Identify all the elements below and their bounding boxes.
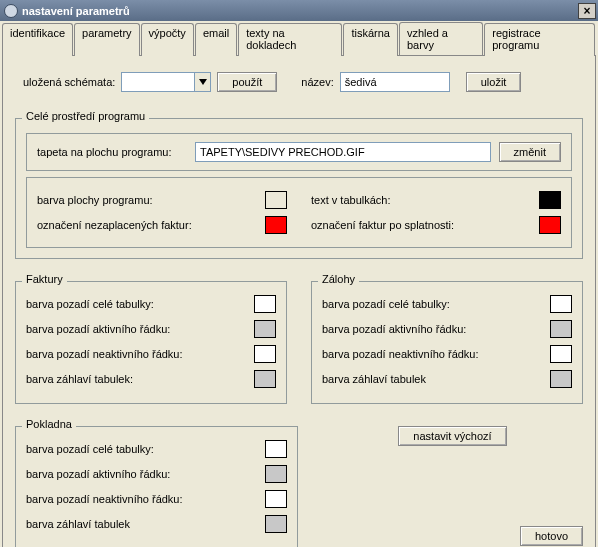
zalohy-header-swatch[interactable] (550, 370, 572, 388)
tab-vzhled[interactable]: vzhled a barvy (399, 22, 483, 55)
tab-identifikace[interactable]: identifikace (2, 23, 73, 56)
zalohy-row-bg-label: barva pozadí celé tabulky: (322, 298, 550, 310)
faktury-inactive-swatch[interactable] (254, 345, 276, 363)
group-pokladna: Pokladna barva pozadí celé tabulky: barv… (15, 426, 298, 547)
done-button[interactable]: hotovo (520, 526, 583, 546)
zalohy-header-label: barva záhlaví tabulek (322, 373, 550, 385)
tab-registrace[interactable]: registrace programu (484, 23, 595, 56)
saved-schemas-combo[interactable] (121, 72, 211, 92)
zalohy-active-label: barva pozadí aktivního řádku: (322, 323, 550, 335)
tabstrip: identifikace parametry výpočty email tex… (2, 22, 596, 55)
group-environment-title: Celé prostředí programu (22, 110, 149, 122)
zalohy-inactive-swatch[interactable] (550, 345, 572, 363)
wallpaper-input[interactable] (195, 142, 491, 162)
window-title: nastavení parametrů (22, 5, 578, 17)
overdue-label: označení faktur po splatnosti: (311, 219, 539, 231)
unpaid-label: označení nezaplacených faktur: (37, 219, 265, 231)
group-environment: Celé prostředí programu tapeta na plochu… (15, 118, 583, 259)
pokladna-inactive-label: barva pozadí neaktivního řádku: (26, 493, 265, 505)
text-color-label: text v tabulkách: (311, 194, 539, 206)
pokladna-active-label: barva pozadí aktivního řádku: (26, 468, 265, 480)
pokladna-header-label: barva záhlaví tabulek (26, 518, 265, 530)
tab-parametry[interactable]: parametry (74, 23, 140, 56)
group-zalohy: Zálohy barva pozadí celé tabulky: barva … (311, 281, 583, 404)
pokladna-inactive-swatch[interactable] (265, 490, 287, 508)
wallpaper-label: tapeta na plochu programu: (37, 146, 187, 158)
close-button[interactable]: × (578, 3, 596, 19)
use-button[interactable]: použít (217, 72, 277, 92)
name-label: název: (301, 76, 333, 88)
pokladna-active-swatch[interactable] (265, 465, 287, 483)
tab-email[interactable]: email (195, 23, 237, 56)
faktury-inactive-label: barva pozadí neaktivního řádku: (26, 348, 254, 360)
faktury-row-bg-swatch[interactable] (254, 295, 276, 313)
group-zalohy-title: Zálohy (318, 273, 359, 285)
overdue-color-swatch[interactable] (539, 216, 561, 234)
chevron-down-icon[interactable] (194, 73, 210, 91)
faktury-active-label: barva pozadí aktivního řádku: (26, 323, 254, 335)
tab-texty[interactable]: texty na dokladech (238, 23, 342, 56)
group-faktury-title: Faktury (22, 273, 67, 285)
tab-vypocty[interactable]: výpočty (141, 23, 194, 56)
text-color-swatch[interactable] (539, 191, 561, 209)
change-button[interactable]: změnit (499, 142, 561, 162)
tab-panel: uložená schémata: použít název: uložit C… (2, 55, 596, 547)
titlebar: nastavení parametrů × (0, 0, 598, 21)
pokladna-header-swatch[interactable] (265, 515, 287, 533)
app-icon (4, 4, 18, 18)
faktury-active-swatch[interactable] (254, 320, 276, 338)
zalohy-inactive-label: barva pozadí neaktivního řádku: (322, 348, 550, 360)
saved-schemas-value (122, 73, 194, 91)
defaults-button[interactable]: nastavit výchozí (398, 426, 506, 446)
bg-color-label: barva plochy programu: (37, 194, 265, 206)
schema-name-input[interactable] (340, 72, 450, 92)
faktury-header-swatch[interactable] (254, 370, 276, 388)
env-colors-box: barva plochy programu: označení nezaplac… (26, 177, 572, 248)
group-pokladna-title: Pokladna (22, 418, 76, 430)
faktury-header-label: barva záhlaví tabulek: (26, 373, 254, 385)
zalohy-row-bg-swatch[interactable] (550, 295, 572, 313)
wallpaper-box: tapeta na plochu programu: změnit (26, 133, 572, 171)
tab-tiskarna[interactable]: tiskárna (343, 23, 398, 56)
zalohy-active-swatch[interactable] (550, 320, 572, 338)
saved-schemas-label: uložená schémata: (23, 76, 115, 88)
unpaid-color-swatch[interactable] (265, 216, 287, 234)
pokladna-row-bg-label: barva pozadí celé tabulky: (26, 443, 265, 455)
bg-color-swatch[interactable] (265, 191, 287, 209)
group-faktury: Faktury barva pozadí celé tabulky: barva… (15, 281, 287, 404)
save-button[interactable]: uložit (466, 72, 522, 92)
pokladna-row-bg-swatch[interactable] (265, 440, 287, 458)
faktury-row-bg-label: barva pozadí celé tabulky: (26, 298, 254, 310)
